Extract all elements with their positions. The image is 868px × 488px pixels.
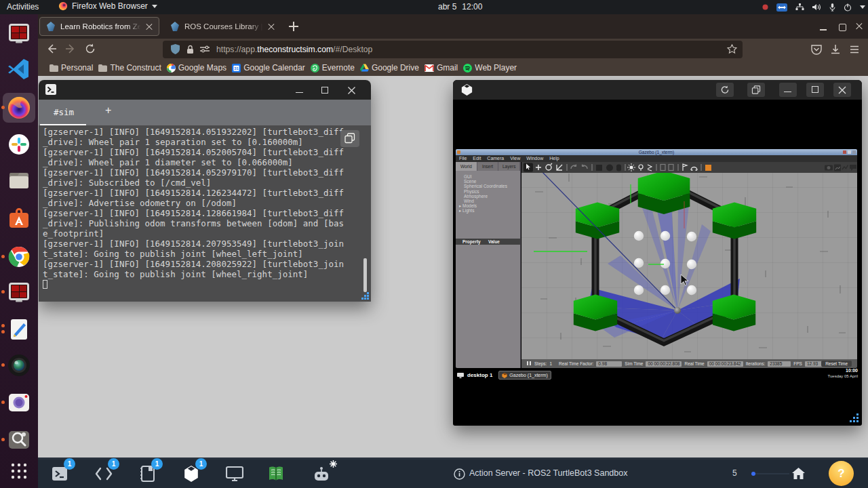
gazebo-tab-insert[interactable]: Insert bbox=[477, 162, 499, 171]
reload-button[interactable] bbox=[85, 43, 96, 54]
gazebo-titlebar[interactable]: Gazebo (1_xterm) bbox=[456, 149, 857, 155]
gazebo-tab-layers[interactable]: Layers bbox=[498, 162, 520, 171]
taskbar-window-button[interactable]: Gazebo (1_xterm) bbox=[498, 371, 551, 380]
gazebo-tree-item[interactable]: Physics bbox=[464, 189, 520, 194]
pocket-icon[interactable] bbox=[811, 44, 822, 55]
dock-item-remote-viewer[interactable] bbox=[6, 20, 32, 46]
gazebo-menu-help[interactable]: Help bbox=[549, 155, 559, 162]
dock-item-files[interactable] bbox=[6, 167, 32, 193]
bookmark-evernote[interactable]: Evernote bbox=[311, 63, 355, 73]
gazebo-tree-item[interactable]: GUI bbox=[464, 174, 520, 179]
terminal-new-tab-button[interactable]: + bbox=[105, 104, 111, 117]
gazebo-menu-camera[interactable]: Camera bbox=[487, 155, 504, 162]
back-button[interactable] bbox=[46, 43, 57, 54]
terminal-minimize-button[interactable] bbox=[295, 85, 304, 94]
gazebo-titlebar-button-2[interactable] bbox=[848, 150, 851, 154]
gazebo-titlebar-button-3[interactable] bbox=[852, 150, 856, 154]
gazebo-tree-item[interactable]: ▸ Lights bbox=[459, 208, 520, 213]
dock-item-magnifier[interactable] bbox=[6, 427, 32, 453]
tab-close-icon[interactable] bbox=[267, 22, 275, 30]
bookmark-google-drive[interactable]: Google Drive bbox=[360, 63, 419, 73]
remote-copy-button[interactable] bbox=[747, 83, 765, 97]
volume-slider[interactable] bbox=[751, 473, 789, 474]
gazebo-menu-window[interactable]: Window bbox=[526, 155, 543, 162]
terminal-titlebar[interactable] bbox=[39, 80, 371, 100]
dock-item-remote-viewer-2[interactable] bbox=[6, 279, 32, 305]
bookmark-star-icon[interactable] bbox=[727, 44, 737, 54]
remote-refresh-button[interactable] bbox=[716, 83, 734, 97]
dock-item-firefox[interactable] bbox=[6, 95, 32, 121]
gazebo-tab-world[interactable]: World bbox=[456, 162, 477, 171]
bookmark-web-player[interactable]: Web Player bbox=[463, 63, 517, 73]
webbar-robot-app[interactable] bbox=[312, 464, 331, 483]
dock-item-vscode[interactable] bbox=[6, 56, 32, 82]
gazebo-menu-view[interactable]: View bbox=[510, 155, 520, 162]
app-menu[interactable]: Firefox Web Browser bbox=[58, 1, 157, 11]
gazebo-menu-edit[interactable]: Edit bbox=[473, 155, 481, 162]
system-tray[interactable] bbox=[762, 0, 865, 14]
bookmark-google-maps[interactable]: Google Maps bbox=[167, 63, 226, 73]
reset-time-button[interactable]: Reset Time bbox=[821, 361, 852, 367]
activities-button[interactable]: Activities bbox=[7, 2, 39, 12]
remote-resize-handle[interactable] bbox=[850, 413, 859, 422]
gazebo-3d-viewport[interactable] bbox=[521, 162, 857, 359]
menu-icon[interactable] bbox=[849, 44, 860, 55]
remote-maximize-button[interactable] bbox=[806, 83, 824, 97]
home-icon[interactable] bbox=[792, 468, 805, 479]
bookmark-personal[interactable]: Personal bbox=[50, 63, 93, 73]
window-minimize-button[interactable] bbox=[818, 22, 828, 31]
drive-icon bbox=[360, 64, 369, 72]
remote-minimize-button[interactable] bbox=[779, 83, 797, 97]
terminal-scrollbar[interactable] bbox=[363, 258, 367, 292]
info-icon[interactable] bbox=[454, 468, 465, 480]
gazebo-tree-item[interactable]: Scene bbox=[464, 179, 520, 184]
gazebo-toolbar[interactable] bbox=[521, 162, 857, 173]
pause-icon[interactable] bbox=[527, 361, 532, 366]
webbar-terminal-app[interactable]: 1 bbox=[50, 464, 69, 483]
terminal-close-button[interactable] bbox=[347, 85, 356, 94]
gazebo-titlebar-button-1[interactable] bbox=[843, 150, 846, 154]
forward-button[interactable] bbox=[65, 43, 76, 54]
dock-item-camera[interactable] bbox=[6, 352, 32, 378]
new-tab-button[interactable] bbox=[288, 21, 299, 32]
webbar-desktop-app[interactable] bbox=[225, 464, 244, 483]
gazebo-tree-item[interactable]: Atmosphere bbox=[464, 194, 520, 199]
tab-close-icon[interactable] bbox=[145, 22, 153, 30]
webbar-code-app[interactable]: 1 bbox=[94, 464, 113, 483]
dock-item-show-applications[interactable] bbox=[6, 458, 32, 484]
window-maximize-button[interactable] bbox=[837, 22, 846, 31]
chevron-down-icon bbox=[860, 5, 865, 9]
remote-titlebar[interactable] bbox=[453, 80, 862, 100]
dock-item-slack[interactable] bbox=[6, 131, 32, 157]
tab-ros-courses[interactable]: ROS Courses Library | Ro bbox=[164, 17, 281, 36]
session-title: Action Server - ROS2 TurtleBot3 Sandbox bbox=[469, 468, 627, 478]
help-bubble[interactable]: ? bbox=[829, 461, 854, 486]
terminal-tab-sim[interactable]: #sim bbox=[54, 107, 74, 117]
download-icon[interactable] bbox=[830, 44, 841, 55]
desktop-pager-label[interactable]: desktop 1 bbox=[467, 372, 492, 378]
gazebo-menu-file[interactable]: File bbox=[459, 155, 467, 162]
gazebo-tree-item[interactable]: Spherical Coordinates bbox=[464, 184, 520, 188]
dock-item-text-editor[interactable] bbox=[6, 317, 32, 342]
webbar-courses-app[interactable] bbox=[267, 464, 285, 483]
terminal-resize-handle[interactable] bbox=[361, 292, 369, 300]
terminal-output[interactable]: [gzserver-1] [INFO] [1649152814.05193220… bbox=[39, 125, 371, 302]
bookmark-gmail[interactable]: Gmail bbox=[425, 63, 458, 73]
webbar-notebook-app[interactable]: 1 bbox=[138, 464, 157, 483]
dock-item-chrome[interactable] bbox=[6, 244, 32, 270]
terminal-maximize-button[interactable] bbox=[321, 85, 330, 94]
clock[interactable]: abr 512:00 bbox=[438, 2, 482, 12]
gazebo-world-tree[interactable]: GUISceneSpherical CoordinatesPhysicsAtmo… bbox=[456, 171, 520, 203]
bookmark-the-construct[interactable]: The Construct bbox=[98, 63, 161, 73]
dock-item-software-store[interactable] bbox=[6, 206, 32, 232]
bookmark-google-calendar[interactable]: 31 Google Calendar bbox=[232, 63, 305, 73]
tab-learn-robotics[interactable]: Learn Robotics from Zer bbox=[39, 17, 159, 36]
window-close-button[interactable] bbox=[854, 22, 864, 31]
webbar-gazebo-app[interactable]: 1 bbox=[182, 464, 201, 483]
gazebo-tree-item[interactable]: ▸ Models bbox=[459, 203, 520, 208]
dock-item-screenshot-tool[interactable] bbox=[6, 390, 32, 415]
url-bar[interactable]: https://app.theconstructsim.com/#/Deskto… bbox=[163, 41, 743, 58]
remote-close-button[interactable] bbox=[833, 83, 851, 97]
gazebo-tree-item[interactable]: Wind bbox=[464, 199, 520, 203]
terminal-copy-button[interactable] bbox=[340, 130, 359, 147]
